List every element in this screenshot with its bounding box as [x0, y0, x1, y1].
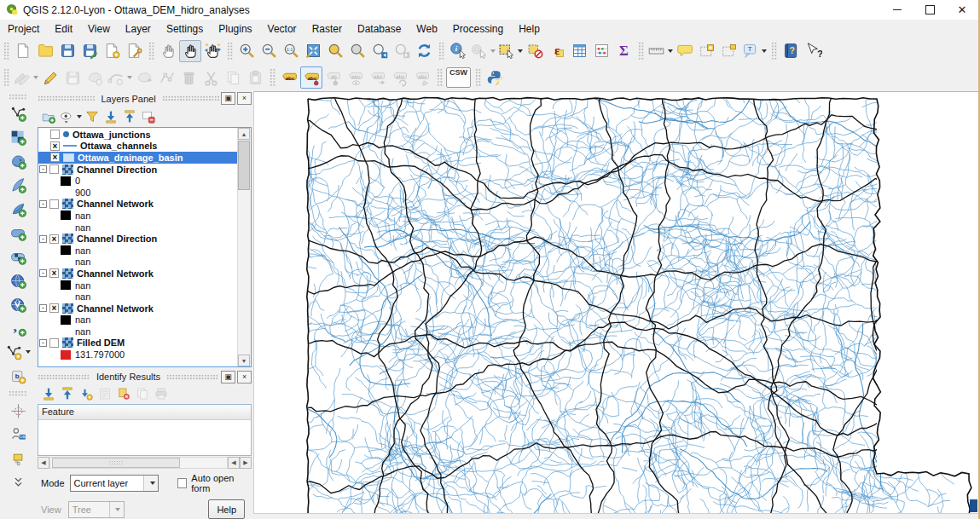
- menu-raster[interactable]: Raster: [304, 20, 350, 37]
- add-raster-layer[interactable]: [7, 126, 29, 148]
- save-project[interactable]: [56, 40, 78, 62]
- mode-combobox[interactable]: Current layer: [70, 475, 159, 492]
- legend-entry[interactable]: nan: [38, 257, 238, 268]
- zoom-full[interactable]: [302, 40, 324, 62]
- menu-layer[interactable]: Layer: [118, 20, 159, 37]
- toolbar-handle[interactable]: [3, 42, 9, 61]
- new-bookmark[interactable]: [696, 40, 718, 62]
- layer-item-channel-network[interactable]: -×Channel Network: [38, 268, 238, 280]
- menu-database[interactable]: Database: [350, 20, 409, 37]
- menu-settings[interactable]: Settings: [159, 20, 211, 37]
- toolbar-handle[interactable]: [638, 42, 644, 61]
- add-mssql-layer[interactable]: [7, 198, 29, 220]
- zoom-to-layer[interactable]: [346, 40, 368, 62]
- scrollbar-thumb[interactable]: [238, 141, 250, 190]
- pan-map[interactable]: [179, 40, 201, 62]
- legend-entry[interactable]: 131.797000: [38, 349, 238, 360]
- scroll-left-icon[interactable]: ◀: [38, 457, 49, 469]
- layer-item-channel-network[interactable]: -Channel Network: [38, 199, 238, 210]
- zoom-to-native-resolution[interactable]: 1:1: [280, 40, 302, 62]
- menu-project[interactable]: Project: [0, 20, 47, 37]
- legend-entry[interactable]: nan: [38, 210, 238, 222]
- toolbar-handle[interactable]: [9, 390, 27, 396]
- save-project-as[interactable]: [78, 40, 101, 62]
- deselect-features[interactable]: [524, 40, 546, 62]
- add-wfs-layer[interactable]: [7, 293, 29, 315]
- toolbar-handle[interactable]: [771, 42, 777, 61]
- expand-tree[interactable]: [39, 384, 58, 403]
- open-project[interactable]: [34, 40, 56, 62]
- layer-visibility-checkbox[interactable]: ×: [49, 303, 59, 313]
- add-wms-layer[interactable]: [7, 269, 29, 291]
- composer-manager[interactable]: [123, 40, 145, 62]
- layer-visibility-checkbox[interactable]: ×: [49, 234, 59, 244]
- collapse-expander-icon[interactable]: -: [39, 304, 47, 312]
- add-postgis-layer[interactable]: [7, 150, 29, 172]
- layers-scrollbar[interactable]: ▲ ▼: [237, 128, 251, 366]
- legend-entry[interactable]: nan: [38, 326, 238, 337]
- new-spatialite-layer[interactable]: b: [7, 365, 29, 387]
- show-bookmarks[interactable]: [718, 40, 740, 62]
- new-project[interactable]: [12, 40, 34, 62]
- toggle-editing[interactable]: [39, 66, 61, 89]
- add-vector-layer[interactable]: [7, 102, 29, 124]
- dropdown-arrow-icon[interactable]: [518, 49, 523, 53]
- legend-entry[interactable]: 900: [38, 187, 238, 199]
- filter-legend[interactable]: [83, 107, 101, 126]
- add-oracle-georaster-layer[interactable]: [7, 245, 29, 268]
- float-panel-button[interactable]: ▣: [221, 371, 235, 383]
- legend-entry[interactable]: nan: [38, 280, 238, 291]
- toolbar-handle[interactable]: [437, 68, 443, 87]
- whats-this[interactable]: ?: [802, 40, 824, 62]
- select-features[interactable]: [496, 40, 524, 62]
- legend-entry[interactable]: nan: [38, 291, 238, 303]
- close-panel-button[interactable]: ×: [237, 92, 252, 105]
- expand-new-results[interactable]: [77, 384, 96, 403]
- toolbar-handle[interactable]: [438, 42, 444, 61]
- new-shapefile-layer[interactable]: [4, 341, 32, 363]
- combo-arrow-icon[interactable]: [143, 476, 158, 491]
- add-delimited-text-layer[interactable]: ,: [7, 317, 29, 339]
- collapse-expander-icon[interactable]: -: [39, 269, 47, 277]
- legend-entry[interactable]: nan: [38, 222, 238, 234]
- dropdown-arrow-icon[interactable]: [490, 49, 496, 53]
- collapse-all[interactable]: [120, 107, 139, 126]
- collapse-expander-icon[interactable]: -: [39, 165, 47, 173]
- toolbar-handle[interactable]: [148, 42, 154, 61]
- dropdown-arrow-icon[interactable]: [26, 350, 31, 354]
- layer-item-ottawa-drainage-basin[interactable]: ×Ottawa_drainage_basin: [38, 152, 238, 164]
- layer-visibility-checkbox[interactable]: ×: [50, 141, 60, 151]
- text-annotation[interactable]: T: [740, 40, 768, 62]
- menu-processing[interactable]: Processing: [445, 20, 511, 37]
- add-spatialite-layer[interactable]: [7, 174, 29, 196]
- legend-entry[interactable]: nan: [38, 245, 238, 257]
- collapse-expander-icon[interactable]: -: [39, 235, 47, 243]
- scroll-right-icon[interactable]: ▶: [240, 457, 252, 469]
- layer-labeling-options[interactable]: abc: [278, 66, 300, 89]
- zoom-to-selection[interactable]: [324, 40, 346, 62]
- toolbar-handle[interactable]: [270, 68, 275, 87]
- expand-all[interactable]: [101, 107, 120, 126]
- maximize-button[interactable]: [913, 0, 946, 20]
- pin-unpin-labels[interactable]: abc: [300, 66, 322, 89]
- map-tips[interactable]: [674, 40, 696, 62]
- identify-hscrollbar[interactable]: ◀ ◀ ▶: [38, 457, 252, 470]
- close-panel-button[interactable]: ×: [237, 371, 252, 383]
- layer-visibility-checkbox[interactable]: [49, 164, 59, 174]
- layer-item-ottawa-channels[interactable]: ×Ottawa_channels: [38, 141, 238, 153]
- pan-map-to-selection[interactable]: [201, 40, 223, 62]
- select-by-expression[interactable]: ε: [546, 40, 568, 62]
- map-canvas[interactable]: [254, 92, 980, 514]
- toolbar-overflow[interactable]: [7, 470, 29, 493]
- layer-visibility-checkbox[interactable]: [50, 130, 60, 139]
- field-calculator[interactable]: [590, 40, 612, 62]
- menu-view[interactable]: View: [80, 20, 118, 37]
- refresh-map[interactable]: [413, 40, 435, 62]
- toolbar-handle[interactable]: [9, 94, 27, 100]
- layer-item-filled-dem[interactable]: -Filled DEM: [38, 337, 238, 349]
- pan-to-coordinate[interactable]: [7, 399, 29, 421]
- open-attribute-table[interactable]: [568, 40, 590, 62]
- python-console[interactable]: [484, 66, 506, 89]
- geocoding-tool[interactable]: DB: [7, 423, 29, 445]
- help-contents[interactable]: ?: [780, 40, 802, 62]
